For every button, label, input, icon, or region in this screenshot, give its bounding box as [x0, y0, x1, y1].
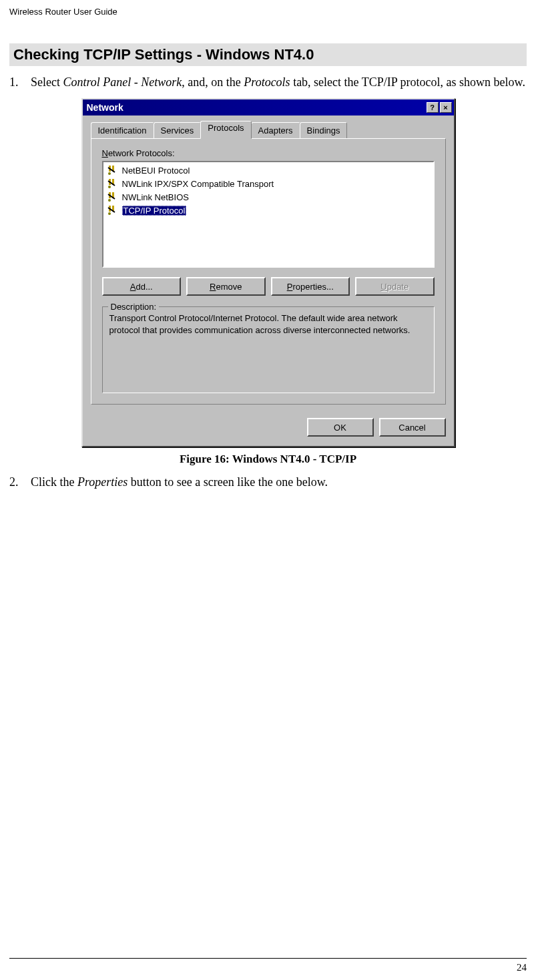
- step-1-italic-1: Control Panel - Network: [63, 75, 182, 89]
- description-label: Description:: [108, 302, 160, 312]
- protocols-listbox[interactable]: NetBEUI Protocol NWLink IPX/SPX Compatib…: [102, 161, 435, 268]
- close-icon: ×: [443, 103, 447, 111]
- figure-caption: Figure 16: Windows NT4.0 - TCP/IP: [0, 453, 536, 466]
- list-item-nwlink-ipx[interactable]: NWLink IPX/SPX Compatible Transport: [105, 177, 432, 190]
- cancel-button[interactable]: Cancel: [379, 418, 446, 437]
- dialog-title: Network: [87, 102, 425, 113]
- ok-button[interactable]: OK: [307, 418, 374, 437]
- protocol-buttons-row: Add... Remove Properties... Update: [102, 277, 435, 296]
- tab-adapters[interactable]: Adapters: [251, 122, 300, 139]
- step-1-text: Select Control Panel - Network, and, on …: [31, 74, 527, 90]
- step-1-italic-2: Protocols: [244, 75, 290, 89]
- help-button[interactable]: ?: [427, 102, 439, 113]
- close-button[interactable]: ×: [440, 102, 452, 113]
- help-icon: ?: [430, 103, 435, 111]
- remove-button[interactable]: Remove: [186, 277, 266, 296]
- step-2-pre: Click the: [31, 475, 77, 489]
- network-protocols-label: Network Protocols:: [102, 148, 435, 158]
- list-item-tcpip[interactable]: TCP/IP Protocol: [105, 204, 432, 217]
- list-item-nwlink-netbios[interactable]: NWLink NetBIOS: [105, 190, 432, 204]
- tab-bindings[interactable]: Bindings: [300, 122, 348, 139]
- dialog-bottom-buttons: OK Cancel: [83, 413, 454, 446]
- props-rest: roperties...: [292, 282, 333, 292]
- remove-underline: R: [210, 282, 216, 292]
- network-dialog: Network ? × Identification Services Prot…: [81, 98, 455, 447]
- step-1-mid: , and, on the: [182, 75, 244, 89]
- step-2-italic: Properties: [77, 475, 127, 489]
- step-1: 1. Select Control Panel - Network, and, …: [9, 74, 527, 90]
- np-underline: N: [102, 148, 108, 158]
- list-item-label: TCP/IP Protocol: [122, 206, 187, 216]
- section-heading: Checking TCP/IP Settings - Windows NT4.0: [9, 43, 527, 66]
- svg-point-11: [108, 212, 111, 215]
- step-2-text: Click the Properties button to see a scr…: [31, 474, 527, 490]
- step-1-post: tab, select the TCP/IP protocol, as show…: [290, 75, 525, 89]
- svg-point-5: [108, 186, 111, 188]
- list-item-label: NWLink NetBIOS: [122, 192, 189, 202]
- update-button: Update: [355, 277, 435, 296]
- protocol-icon: [107, 192, 118, 202]
- svg-point-2: [108, 172, 111, 175]
- protocol-icon: [107, 178, 118, 189]
- document-header: Wireless Router User Guide: [0, 0, 536, 17]
- protocol-icon: [107, 205, 118, 216]
- protocol-icon: [107, 165, 118, 176]
- dialog-titlebar[interactable]: Network ? ×: [83, 99, 454, 115]
- list-item-label: NetBEUI Protocol: [122, 166, 190, 176]
- remove-rest: emove: [216, 282, 242, 292]
- step-1-number: 1.: [9, 74, 31, 90]
- update-underline: U: [380, 282, 386, 292]
- step-2: 2. Click the Properties button to see a …: [9, 474, 527, 490]
- list-item-label: NWLink IPX/SPX Compatible Transport: [122, 179, 274, 189]
- list-item-netbeui[interactable]: NetBEUI Protocol: [105, 164, 432, 177]
- step-2-post: button to see a screen like the one belo…: [127, 475, 328, 489]
- np-rest: etwork Protocols:: [108, 148, 175, 158]
- step-2-number: 2.: [9, 474, 31, 490]
- footer-divider: [9, 958, 527, 959]
- tab-protocols[interactable]: Protocols: [200, 121, 251, 139]
- description-text: Transport Control Protocol/Internet Prot…: [109, 312, 427, 386]
- add-button[interactable]: Add...: [102, 277, 182, 296]
- page-number: 24: [517, 962, 527, 973]
- properties-button[interactable]: Properties...: [271, 277, 350, 296]
- tab-body: Network Protocols: NetBEUI Protocol NWLi…: [91, 138, 446, 405]
- add-rest: dd...: [136, 282, 152, 292]
- tab-services[interactable]: Services: [154, 122, 202, 139]
- tabs-row: Identification Services Protocols Adapte…: [83, 115, 454, 139]
- description-groupbox: Description: Transport Control Protocol/…: [102, 306, 435, 393]
- tab-identification[interactable]: Identification: [91, 122, 154, 139]
- update-rest: pdate: [387, 282, 409, 292]
- svg-point-8: [108, 199, 111, 202]
- step-1-pre: Select: [31, 75, 63, 89]
